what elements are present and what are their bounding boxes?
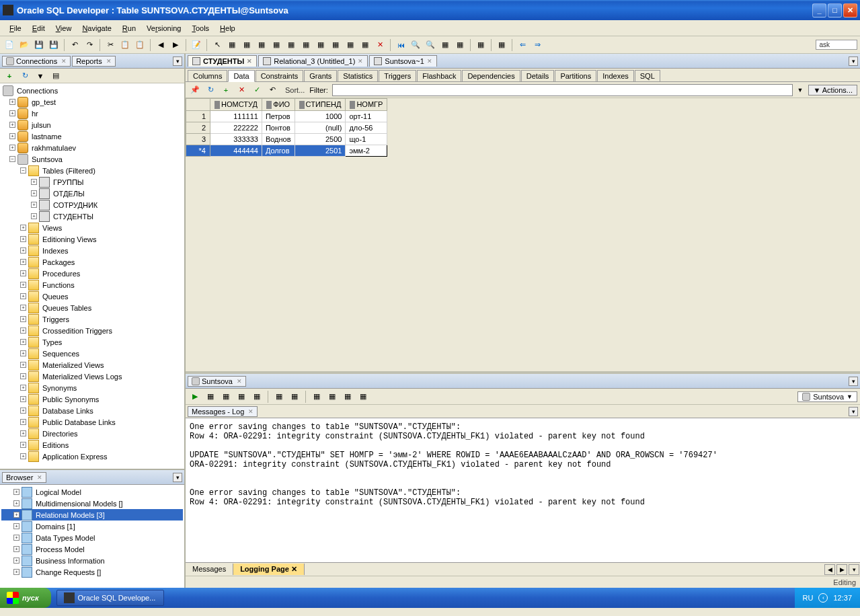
column-header[interactable]: НОМСТУД — [210, 99, 262, 111]
tree-folder[interactable]: +Application Express — [1, 451, 183, 462]
close-icon[interactable]: ✕ — [37, 474, 42, 481]
rollback2-icon[interactable]: ▦ — [288, 390, 301, 403]
tree-conn[interactable]: +gp_test — [1, 96, 183, 108]
cell[interactable]: эмм-2 — [346, 145, 387, 157]
cell[interactable]: Петров — [262, 111, 295, 122]
editor-tab[interactable]: Suntsova~1✕ — [369, 55, 436, 67]
tool3-icon[interactable]: ▦ — [255, 38, 268, 52]
tree-folder[interactable]: +Queues Tables — [1, 302, 183, 313]
tool2-icon[interactable]: ▦ — [240, 38, 253, 52]
tree-conn[interactable]: +lastname — [1, 130, 183, 142]
close-icon[interactable]: ✕ — [427, 58, 432, 65]
cell[interactable]: дло-56 — [346, 122, 387, 134]
scroll-menu-icon[interactable]: ▾ — [849, 564, 859, 575]
tool10-icon[interactable]: ▦ — [358, 38, 372, 52]
tree-folder[interactable]: +Views — [1, 222, 183, 233]
pin-icon[interactable]: 📌 — [188, 83, 202, 97]
close-icon[interactable]: ✕ — [247, 58, 252, 65]
run-script-icon[interactable]: ▦ — [204, 390, 217, 403]
explain-icon[interactable]: ▦ — [219, 390, 233, 403]
browser-item[interactable]: +Domains [1] — [1, 521, 183, 532]
refresh-icon[interactable]: ↻ — [204, 83, 217, 97]
new-button[interactable]: 📄 — [3, 38, 16, 52]
collapse-icon[interactable]: ▾ — [849, 377, 858, 386]
cell[interactable]: 2501 — [295, 145, 346, 157]
tree-table[interactable]: +СОТРУДНИК — [1, 199, 183, 210]
tree-folder[interactable]: +Sequences — [1, 348, 183, 359]
redo-button[interactable]: ↷ — [83, 38, 96, 52]
start-button[interactable]: пуск — [0, 588, 51, 608]
cell[interactable]: 2500 — [295, 134, 346, 145]
rollback-icon[interactable]: ↶ — [266, 83, 279, 97]
commit2-icon[interactable]: ▦ — [272, 390, 286, 403]
tree-folder[interactable]: +Triggers — [1, 313, 183, 325]
format-icon[interactable]: ▦ — [325, 390, 339, 403]
column-header[interactable]: НОМГР — [346, 99, 387, 111]
collapse-icon[interactable]: ▾ — [849, 407, 858, 416]
new-connection-button[interactable]: + — [3, 69, 16, 83]
subtab-details[interactable]: Details — [521, 70, 555, 81]
tool6-icon[interactable]: ▦ — [299, 38, 313, 52]
menu-help[interactable]: Help — [214, 23, 241, 34]
collapse-icon[interactable]: ▾ — [173, 56, 182, 66]
browser-item[interactable]: +Process Model — [1, 543, 183, 555]
tree-folder[interactable]: +Synonyms — [1, 382, 183, 393]
browser-item[interactable]: +Change Requests [] — [1, 566, 183, 578]
collapse-icon[interactable]: ▾ — [173, 473, 182, 482]
tree-root[interactable]: Connections — [1, 85, 183, 96]
first-icon[interactable]: ⏮ — [394, 38, 407, 52]
tray-icon[interactable]: ‹ — [818, 593, 828, 603]
tool8-icon[interactable]: ▦ — [329, 38, 342, 52]
sql-icon[interactable]: ▦ — [310, 390, 323, 403]
insert-row-icon[interactable]: + — [219, 83, 233, 97]
tree-conn[interactable]: +rakhmatulaev — [1, 142, 183, 153]
copy-button[interactable]: 📋 — [118, 38, 132, 52]
language-indicator[interactable]: RU — [803, 594, 814, 602]
cell[interactable]: орт-11 — [346, 111, 387, 122]
tool4-icon[interactable]: ▦ — [270, 38, 283, 52]
cell[interactable]: що-1 — [346, 134, 387, 145]
tool7-icon[interactable]: ▦ — [314, 38, 327, 52]
refresh-button[interactable]: ↻ — [18, 69, 32, 83]
tree-folder[interactable]: +Materialized Views Logs — [1, 371, 183, 382]
subtab-dependencies[interactable]: Dependencies — [462, 70, 520, 81]
sort-button[interactable]: Sort... — [285, 86, 305, 94]
connections-tab[interactable]: Connections✕ — [2, 56, 71, 67]
tool1-icon[interactable]: ▦ — [225, 38, 239, 52]
nav-back-button[interactable]: ◀ — [154, 38, 167, 52]
fit-icon[interactable]: ▦ — [438, 38, 452, 52]
subtab-indexes[interactable]: Indexes — [597, 70, 634, 81]
cell[interactable]: Понтов — [262, 122, 295, 134]
scroll-right-icon[interactable]: ▶ — [836, 564, 847, 575]
menu-view[interactable]: View — [50, 23, 77, 34]
commit-icon[interactable]: ✓ — [250, 83, 264, 97]
tree-folder[interactable]: +Directories — [1, 428, 183, 439]
subtab-columns[interactable]: Columns — [188, 70, 227, 81]
close-icon[interactable]: ✕ — [106, 58, 112, 65]
subtab-flashback[interactable]: Flashback — [417, 70, 461, 81]
tree-folder[interactable]: +Types — [1, 336, 183, 348]
close-icon[interactable]: ✕ — [291, 565, 297, 573]
bottom-tab[interactable]: Messages — [186, 564, 233, 575]
connections-tree[interactable]: Connections +gp_test+hr+julsun+lastname+… — [0, 83, 184, 470]
filter-button[interactable]: ▼ — [34, 69, 47, 83]
tree-conn-suntsova[interactable]: −Suntsova — [1, 153, 183, 165]
reports-tab[interactable]: Reports✕ — [72, 56, 116, 67]
close-icon[interactable]: ✕ — [237, 378, 242, 385]
filter-dropdown-icon[interactable]: ▼ — [797, 87, 806, 93]
cell[interactable]: (null) — [295, 122, 346, 134]
save-all-button[interactable]: 💾 — [47, 38, 61, 52]
close-button[interactable]: ✕ — [843, 3, 857, 17]
tree-folder[interactable]: +Materialized Views — [1, 359, 183, 371]
collapse-icon[interactable]: ▾ — [849, 56, 858, 66]
table-row[interactable]: 2222222Понтов(null)дло-56 — [186, 122, 387, 134]
browser-item[interactable]: +Multidimensional Models [] — [1, 498, 183, 509]
delete-icon[interactable]: ✕ — [373, 38, 387, 52]
table-row[interactable]: 3333333Воднов2500що-1 — [186, 134, 387, 145]
tree-folder[interactable]: +Queues — [1, 291, 183, 302]
tree-folder[interactable]: +Database Links — [1, 405, 183, 416]
tree-folder[interactable]: +Editioning Views — [1, 233, 183, 245]
grid-icon[interactable]: ▦ — [453, 38, 467, 52]
cut-button[interactable]: ✂ — [104, 38, 117, 52]
tree-folder[interactable]: +Indexes — [1, 245, 183, 256]
